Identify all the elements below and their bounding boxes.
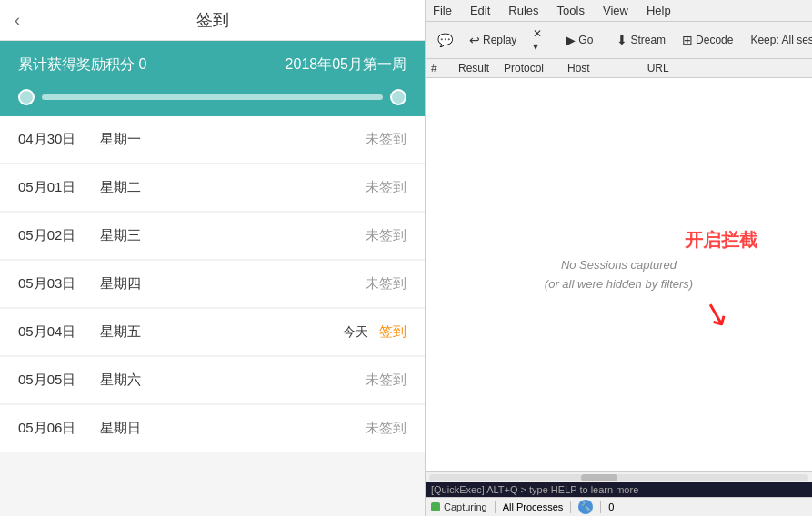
day-status: 未签到 [366,131,406,148]
back-button[interactable]: ‹ [15,11,20,30]
intercept-label: 开启拦截 [685,228,757,253]
day-status: 未签到 [366,420,406,437]
col-result: Result [458,62,504,74]
go-label: Go [578,34,593,46]
quickexec-text: [QuickExec] ALT+Q > type HELP to learn m… [431,484,638,495]
quickexec-bar: [QuickExec] ALT+Q > type HELP to learn m… [426,482,812,497]
day-weekday: 星期一 [100,131,366,148]
col-url: URL [647,62,807,74]
keep-label: Keep: All sess [750,34,812,46]
scrollbar-track [429,474,808,481]
day-list: 04月30日星期一未签到05月01日星期二未签到05月02日星期三未签到05月0… [0,116,425,516]
day-weekday: 星期二 [100,179,366,196]
day-date: 05月03日 [18,275,100,293]
menu-bar: FileEditRulesToolsViewHelp [426,0,812,22]
all-processes-label[interactable]: All Processes [503,501,564,512]
capture-dot [431,502,440,511]
go-button[interactable]: ▶ Go [559,30,599,50]
no-sessions-line2: (or all were hidden by filters) [545,275,693,294]
day-date: 05月05日 [18,372,100,389]
table-header: # Result Protocol Host URL [426,59,812,78]
status-bar: Capturing All Processes 🔧 0 [426,497,812,516]
scrollbar-thumb [581,474,617,481]
day-weekday: 星期三 [100,227,366,244]
day-weekday: 星期日 [100,420,366,437]
points-label: 累计获得奖励积分 0 [18,55,146,74]
comment-icon: 💬 [437,33,453,47]
left-header: ‹ 签到 [0,0,425,41]
status-sep-3 [600,501,601,513]
toolbar: 💬 ↩ Replay ✕ ▾ ▶ Go ⬇ Stream ⊞ Decode Ke… [426,22,812,59]
no-sessions-line1: No Sessions captured [545,256,693,275]
day-weekday: 星期六 [100,372,366,389]
decode-button[interactable]: ⊞ Decode [676,30,739,50]
down-arrow-icon: ↘ [698,292,735,335]
progress-dot-start [18,89,35,105]
day-status: 未签到 [366,227,406,244]
status-sep-1 [495,501,496,513]
x-button[interactable]: ✕ ▾ [526,25,548,55]
col-hash: # [431,62,458,74]
day-status[interactable]: 签到 [379,323,406,341]
stream-icon: ⬇ [617,33,627,47]
replay-label: Replay [483,34,516,46]
week-label: 2018年05月第一周 [286,55,406,74]
day-status: 未签到 [366,275,406,293]
day-row[interactable]: 05月02日星期三未签到 [0,213,425,260]
day-date: 04月30日 [18,131,100,148]
decode-icon: ⊞ [682,33,693,47]
day-status: 未签到 [366,179,406,196]
day-date: 05月06日 [18,420,100,437]
replay-button[interactable]: ↩ Replay [463,30,523,50]
menu-item-view[interactable]: View [599,2,632,19]
decode-label: Decode [696,34,733,46]
day-row[interactable]: 05月04日星期五今天签到 [0,309,425,356]
horizontal-scrollbar[interactable] [426,471,812,482]
toolbar-comment-btn[interactable]: 💬 [431,30,459,50]
progress-dot-end [390,89,406,105]
day-weekday: 星期五 [100,323,343,341]
go-icon: ▶ [566,33,576,47]
progress-bar-section [0,89,425,116]
menu-item-tools[interactable]: Tools [554,2,588,19]
page-title: 签到 [196,9,229,31]
menu-item-file[interactable]: File [429,2,456,19]
day-row[interactable]: 05月05日星期六未签到 [0,357,425,404]
day-status: 未签到 [366,372,406,389]
session-content: No Sessions captured (or all were hidden… [426,78,812,471]
day-row[interactable]: 05月06日星期日未签到 [0,405,425,452]
session-count: 0 [608,501,614,512]
no-sessions-message: No Sessions captured (or all were hidden… [545,256,693,294]
menu-item-edit[interactable]: Edit [466,2,494,19]
menu-item-rules[interactable]: Rules [505,2,542,19]
day-row[interactable]: 05月01日星期二未签到 [0,164,425,212]
menu-item-help[interactable]: Help [643,2,675,19]
col-protocol: Protocol [504,62,567,74]
day-date: 05月04日 [18,323,100,341]
capturing-label: Capturing [444,501,487,512]
progress-bar [42,94,383,100]
day-date: 05月02日 [18,227,100,244]
funnel-icon[interactable]: 🔧 [578,500,593,514]
stream-button[interactable]: ⬇ Stream [610,30,672,50]
right-panel: FileEditRulesToolsViewHelp 💬 ↩ Replay ✕ … [426,0,812,516]
replay-icon: ↩ [469,33,480,47]
day-today-label: 今天 [343,324,368,341]
capturing-status: Capturing [431,501,487,512]
day-row[interactable]: 05月03日星期四未签到 [0,261,425,308]
day-date: 05月01日 [18,179,100,196]
points-banner: 累计获得奖励积分 0 2018年05月第一周 [0,41,425,89]
stream-label: Stream [630,34,666,46]
left-panel: ‹ 签到 累计获得奖励积分 0 2018年05月第一周 04月30日星期一未签到… [0,0,426,516]
col-host: Host [567,62,647,74]
day-weekday: 星期四 [100,275,366,293]
status-sep-2 [570,501,571,513]
day-row[interactable]: 04月30日星期一未签到 [0,116,425,164]
